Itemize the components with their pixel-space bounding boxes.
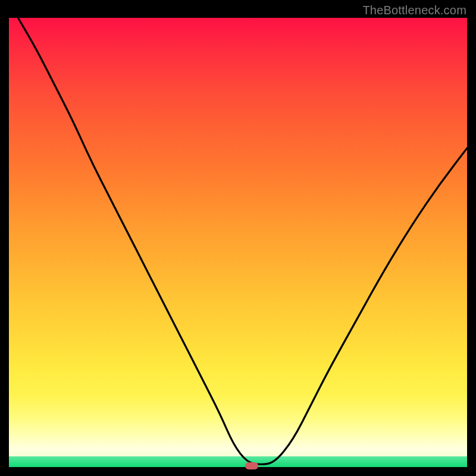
chart-container: TheBottleneck.com — [0, 0, 476, 476]
gradient-background — [9, 18, 467, 467]
plot-area — [9, 9, 467, 467]
optimum-marker — [245, 462, 258, 469]
